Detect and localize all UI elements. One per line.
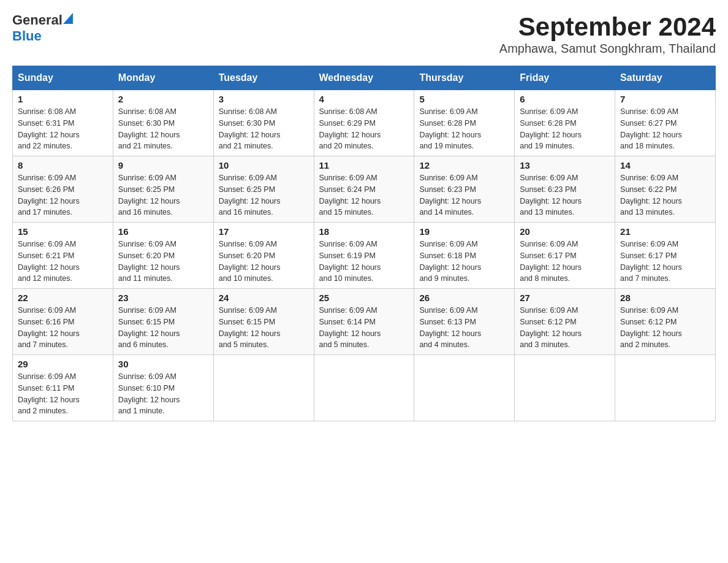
calendar-cell: 25Sunrise: 6:09 AMSunset: 6:14 PMDayligh… — [314, 289, 414, 355]
day-info: Sunrise: 6:09 AMSunset: 6:11 PMDaylight:… — [18, 371, 108, 417]
calendar-cell: 20Sunrise: 6:09 AMSunset: 6:17 PMDayligh… — [515, 223, 615, 289]
day-info: Sunrise: 6:09 AMSunset: 6:28 PMDaylight:… — [520, 106, 610, 152]
day-info: Sunrise: 6:08 AMSunset: 6:31 PMDaylight:… — [18, 106, 108, 152]
calendar-cell: 4Sunrise: 6:08 AMSunset: 6:29 PMDaylight… — [314, 90, 414, 156]
calendar-cell — [615, 355, 716, 421]
calendar-cell: 1Sunrise: 6:08 AMSunset: 6:31 PMDaylight… — [13, 90, 113, 156]
day-info: Sunrise: 6:09 AMSunset: 6:17 PMDaylight:… — [520, 239, 610, 285]
calendar-cell: 29Sunrise: 6:09 AMSunset: 6:11 PMDayligh… — [13, 355, 113, 421]
weekday-header-friday: Friday — [515, 66, 615, 90]
calendar-week-row: 1Sunrise: 6:08 AMSunset: 6:31 PMDaylight… — [13, 90, 716, 156]
weekday-header-tuesday: Tuesday — [213, 66, 314, 90]
weekday-header-sunday: Sunday — [13, 66, 113, 90]
calendar-cell — [414, 355, 515, 421]
calendar-cell: 24Sunrise: 6:09 AMSunset: 6:15 PMDayligh… — [213, 289, 314, 355]
calendar-cell: 26Sunrise: 6:09 AMSunset: 6:13 PMDayligh… — [414, 289, 515, 355]
day-number: 5 — [419, 94, 509, 104]
day-info: Sunrise: 6:09 AMSunset: 6:20 PMDaylight:… — [118, 239, 208, 285]
day-number: 3 — [219, 94, 309, 104]
calendar-cell: 18Sunrise: 6:09 AMSunset: 6:19 PMDayligh… — [314, 223, 414, 289]
calendar-week-row: 15Sunrise: 6:09 AMSunset: 6:21 PMDayligh… — [13, 223, 716, 289]
day-number: 11 — [319, 160, 409, 170]
day-number: 26 — [419, 293, 509, 303]
day-number: 19 — [419, 226, 509, 237]
calendar-cell: 22Sunrise: 6:09 AMSunset: 6:16 PMDayligh… — [13, 289, 113, 355]
calendar-cell — [314, 355, 414, 421]
day-info: Sunrise: 6:09 AMSunset: 6:18 PMDaylight:… — [419, 239, 509, 285]
calendar-cell: 2Sunrise: 6:08 AMSunset: 6:30 PMDaylight… — [113, 90, 213, 156]
day-info: Sunrise: 6:09 AMSunset: 6:10 PMDaylight:… — [118, 371, 208, 417]
day-number: 13 — [520, 160, 610, 170]
calendar-week-row: 22Sunrise: 6:09 AMSunset: 6:16 PMDayligh… — [13, 289, 716, 355]
day-info: Sunrise: 6:09 AMSunset: 6:27 PMDaylight:… — [620, 106, 710, 152]
calendar-cell: 11Sunrise: 6:09 AMSunset: 6:24 PMDayligh… — [314, 156, 414, 223]
logo: General Blue — [12, 12, 73, 44]
day-number: 25 — [319, 293, 409, 303]
day-number: 12 — [419, 160, 509, 170]
calendar-cell: 17Sunrise: 6:09 AMSunset: 6:20 PMDayligh… — [213, 223, 314, 289]
weekday-header-saturday: Saturday — [615, 66, 716, 90]
calendar-cell: 7Sunrise: 6:09 AMSunset: 6:27 PMDaylight… — [615, 90, 716, 156]
day-info: Sunrise: 6:09 AMSunset: 6:21 PMDaylight:… — [18, 239, 108, 285]
day-number: 23 — [118, 293, 208, 303]
day-info: Sunrise: 6:08 AMSunset: 6:30 PMDaylight:… — [118, 106, 208, 152]
weekday-header-monday: Monday — [113, 66, 213, 90]
day-number: 15 — [18, 226, 108, 237]
calendar-cell: 13Sunrise: 6:09 AMSunset: 6:23 PMDayligh… — [515, 156, 615, 223]
calendar-cell — [213, 355, 314, 421]
day-info: Sunrise: 6:09 AMSunset: 6:15 PMDaylight:… — [219, 305, 309, 351]
day-info: Sunrise: 6:09 AMSunset: 6:13 PMDaylight:… — [419, 305, 509, 351]
day-info: Sunrise: 6:09 AMSunset: 6:28 PMDaylight:… — [419, 106, 509, 152]
calendar-cell: 21Sunrise: 6:09 AMSunset: 6:17 PMDayligh… — [615, 223, 716, 289]
day-number: 16 — [118, 226, 208, 237]
day-number: 7 — [620, 94, 710, 104]
day-number: 8 — [18, 160, 108, 170]
logo-triangle-icon — [63, 13, 73, 24]
day-number: 29 — [18, 359, 108, 369]
day-number: 17 — [219, 226, 309, 237]
day-number: 20 — [520, 226, 610, 237]
day-info: Sunrise: 6:09 AMSunset: 6:20 PMDaylight:… — [219, 239, 309, 285]
calendar-cell — [515, 355, 615, 421]
day-number: 30 — [118, 359, 208, 369]
day-number: 14 — [620, 160, 710, 170]
calendar-week-row: 29Sunrise: 6:09 AMSunset: 6:11 PMDayligh… — [13, 355, 716, 421]
title-area: September 2024 Amphawa, Samut Songkhram,… — [499, 12, 716, 56]
logo-general-text: General — [12, 12, 63, 28]
day-number: 27 — [520, 293, 610, 303]
weekday-header-row: SundayMondayTuesdayWednesdayThursdayFrid… — [13, 66, 716, 90]
calendar-cell: 16Sunrise: 6:09 AMSunset: 6:20 PMDayligh… — [113, 223, 213, 289]
day-info: Sunrise: 6:09 AMSunset: 6:15 PMDaylight:… — [118, 305, 208, 351]
day-info: Sunrise: 6:08 AMSunset: 6:30 PMDaylight:… — [219, 106, 309, 152]
calendar-cell: 14Sunrise: 6:09 AMSunset: 6:22 PMDayligh… — [615, 156, 716, 223]
day-info: Sunrise: 6:09 AMSunset: 6:26 PMDaylight:… — [18, 172, 108, 218]
page-header: General Blue September 2024 Amphawa, Sam… — [12, 12, 716, 56]
day-info: Sunrise: 6:09 AMSunset: 6:12 PMDaylight:… — [620, 305, 710, 351]
day-number: 4 — [319, 94, 409, 104]
day-info: Sunrise: 6:09 AMSunset: 6:16 PMDaylight:… — [18, 305, 108, 351]
day-number: 24 — [219, 293, 309, 303]
calendar-cell: 8Sunrise: 6:09 AMSunset: 6:26 PMDaylight… — [13, 156, 113, 223]
day-info: Sunrise: 6:09 AMSunset: 6:25 PMDaylight:… — [118, 172, 208, 218]
day-info: Sunrise: 6:09 AMSunset: 6:22 PMDaylight:… — [620, 172, 710, 218]
day-info: Sunrise: 6:09 AMSunset: 6:25 PMDaylight:… — [219, 172, 309, 218]
calendar-cell: 9Sunrise: 6:09 AMSunset: 6:25 PMDaylight… — [113, 156, 213, 223]
calendar-table: SundayMondayTuesdayWednesdayThursdayFrid… — [12, 66, 716, 421]
day-info: Sunrise: 6:09 AMSunset: 6:19 PMDaylight:… — [319, 239, 409, 285]
logo-blue-text: Blue — [12, 28, 42, 44]
calendar-cell: 28Sunrise: 6:09 AMSunset: 6:12 PMDayligh… — [615, 289, 716, 355]
day-info: Sunrise: 6:09 AMSunset: 6:12 PMDaylight:… — [520, 305, 610, 351]
day-info: Sunrise: 6:09 AMSunset: 6:23 PMDaylight:… — [520, 172, 610, 218]
day-info: Sunrise: 6:09 AMSunset: 6:14 PMDaylight:… — [319, 305, 409, 351]
calendar-cell: 12Sunrise: 6:09 AMSunset: 6:23 PMDayligh… — [414, 156, 515, 223]
day-info: Sunrise: 6:09 AMSunset: 6:17 PMDaylight:… — [620, 239, 710, 285]
calendar-cell: 10Sunrise: 6:09 AMSunset: 6:25 PMDayligh… — [213, 156, 314, 223]
weekday-header-thursday: Thursday — [414, 66, 515, 90]
weekday-header-wednesday: Wednesday — [314, 66, 414, 90]
day-number: 10 — [219, 160, 309, 170]
day-info: Sunrise: 6:08 AMSunset: 6:29 PMDaylight:… — [319, 106, 409, 152]
calendar-cell: 23Sunrise: 6:09 AMSunset: 6:15 PMDayligh… — [113, 289, 213, 355]
day-info: Sunrise: 6:09 AMSunset: 6:24 PMDaylight:… — [319, 172, 409, 218]
day-info: Sunrise: 6:09 AMSunset: 6:23 PMDaylight:… — [419, 172, 509, 218]
calendar-cell: 5Sunrise: 6:09 AMSunset: 6:28 PMDaylight… — [414, 90, 515, 156]
